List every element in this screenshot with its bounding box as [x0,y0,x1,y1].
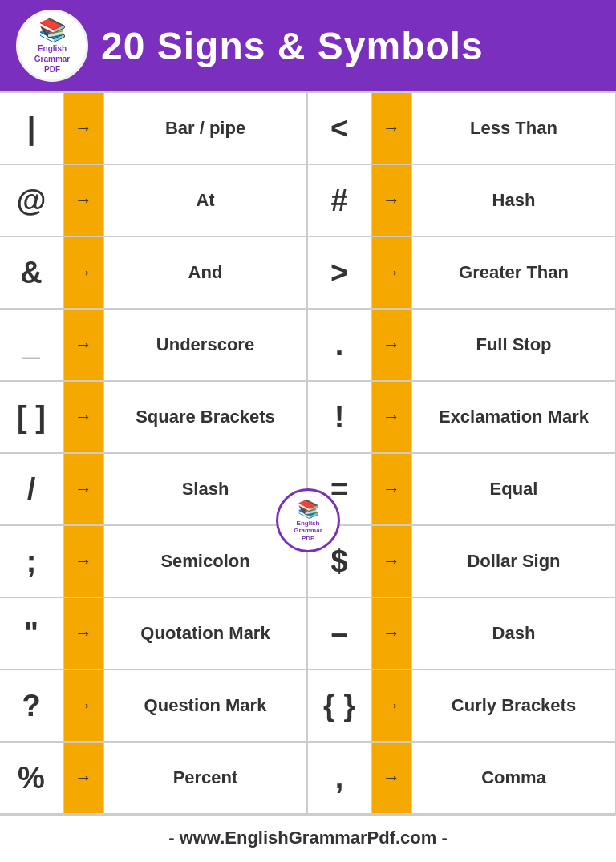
symbol: ! [308,382,372,452]
arrow-icon: → [372,454,412,524]
symbol: < [308,93,372,164]
arrow-icon: → [64,237,104,308]
arrow-icon: → [64,526,104,597]
table-row: – → Dash [308,598,616,670]
arrow-icon: → [64,165,104,236]
symbol: ? [0,670,64,741]
footer: - www.EnglishGrammarPdf.com - [0,815,616,860]
arrow-icon: → [64,310,104,380]
symbol-name: Question Mark [104,686,306,726]
symbol-name: Underscore [104,326,306,365]
table-row: % → Percent [0,743,308,815]
symbol-name: Dollar Sign [412,542,615,581]
symbol: – [308,598,372,669]
symbol: ; [0,526,64,597]
watermark-icon: 📚 [298,499,319,520]
arrow-icon: → [372,526,412,597]
symbol-name: Bar / pipe [104,109,306,148]
logo: 📚 English Grammar PDF [16,10,88,82]
table-row: > → Greater Than [308,237,616,310]
symbol-name: Greater Than [412,253,615,293]
arrow-icon: → [372,670,412,741]
logo-icon: 📚 [38,17,67,43]
table-row: # → Hash [308,165,616,237]
logo-text: English Grammar PDF [34,43,70,75]
arrow-icon: → [372,310,412,380]
symbol-name: Less Than [412,109,615,148]
table-row: [ ] → Square Brackets [0,382,308,454]
symbol: [ ] [0,382,64,452]
arrow-icon: → [64,382,104,452]
arrow-icon: → [372,598,412,669]
table-row: _ → Underscore [0,310,308,382]
symbol: @ [0,165,64,236]
symbol: " [0,598,64,669]
symbol-name: And [104,253,306,293]
symbol: % [0,743,64,813]
table-row: $ → Dollar Sign [308,526,616,598]
table-row: | → Bar / pipe [0,93,308,165]
symbol-name: Curly Brackets [412,686,615,726]
symbol-name: Equal [412,470,615,509]
table-row: { } → Curly Brackets [308,670,616,743]
watermark-text: English Grammar PDF [294,520,322,543]
table-row: < → Less Than [308,93,616,165]
watermark: 📚 English Grammar PDF [276,488,340,552]
symbol-name: Slash [104,470,306,509]
symbol: | [0,93,64,164]
symbol-name: Full Stop [412,326,615,365]
arrow-icon: → [372,743,412,813]
header: 📚 English Grammar PDF 20 Signs & Symbols [0,0,616,91]
table-row: ; → Semicolon [0,526,308,598]
arrow-icon: → [372,165,412,236]
symbol: > [308,237,372,308]
table-row: ? → Question Mark [0,670,308,743]
table-row: ! → Exclamation Mark [308,382,616,454]
symbols-grid: | → Bar / pipe < → Less Than @ → At # → … [0,91,616,815]
table-row: , → Comma [308,743,616,815]
arrow-icon: → [64,93,104,164]
symbol: / [0,454,64,524]
arrow-icon: → [372,93,412,164]
symbol: _ [0,310,64,380]
symbol-name: At [104,181,306,221]
arrow-icon: → [372,382,412,452]
symbol: { } [308,670,372,741]
symbol-name: Hash [412,181,615,221]
symbol-name: Square Brackets [104,398,306,437]
symbol: . [308,310,372,380]
symbols-section: | → Bar / pipe < → Less Than @ → At # → … [0,91,616,815]
symbol-name: Semicolon [104,542,306,581]
symbol: , [308,743,372,813]
symbol-name: Percent [104,759,306,798]
symbol-name: Comma [412,759,615,798]
symbol: # [308,165,372,236]
arrow-icon: → [64,670,104,741]
symbol-name: Quotation Mark [104,614,306,654]
arrow-icon: → [64,454,104,524]
table-row: @ → At [0,165,308,237]
table-row: " → Quotation Mark [0,598,308,670]
arrow-icon: → [372,237,412,308]
symbol-name: Dash [412,614,615,654]
table-row: = → Equal [308,454,616,526]
arrow-icon: → [64,743,104,813]
symbol: & [0,237,64,308]
table-row: & → And [0,237,308,310]
table-row: . → Full Stop [308,310,616,382]
symbol-name: Exclamation Mark [412,398,615,437]
page-title: 20 Signs & Symbols [101,24,484,68]
arrow-icon: → [64,598,104,669]
table-row: / → Slash [0,454,308,526]
